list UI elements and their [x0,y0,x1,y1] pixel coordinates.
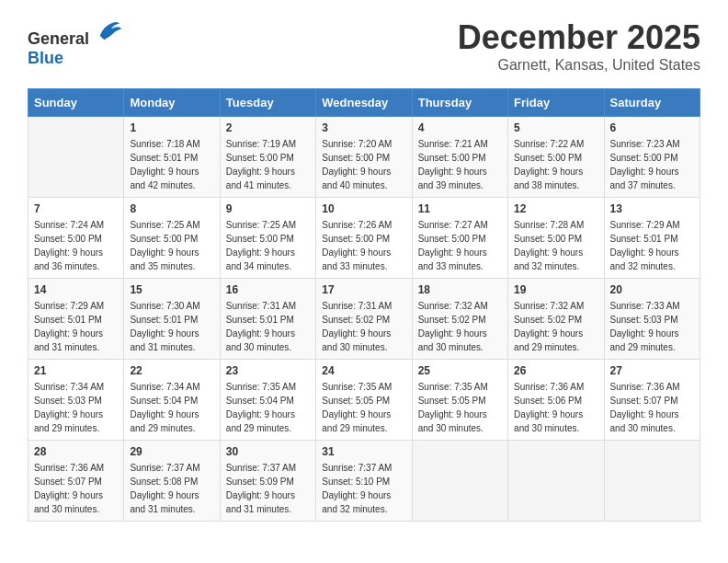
day-cell: 11Sunrise: 7:27 AMSunset: 5:00 PMDayligh… [412,198,507,279]
day-number: 8 [130,202,213,215]
day-info: Sunrise: 7:26 AMSunset: 5:00 PMDaylight:… [322,218,405,273]
day-cell: 31Sunrise: 7:37 AMSunset: 5:10 PMDayligh… [316,441,412,522]
day-cell: 5Sunrise: 7:22 AMSunset: 5:00 PMDaylight… [508,117,604,198]
day-cell: 8Sunrise: 7:25 AMSunset: 5:00 PMDaylight… [124,198,220,279]
day-cell: 9Sunrise: 7:25 AMSunset: 5:00 PMDaylight… [220,198,315,279]
subtitle: Garnett, Kansas, United States [458,57,700,74]
day-info: Sunrise: 7:35 AMSunset: 5:05 PMDaylight:… [322,380,405,435]
day-cell: 10Sunrise: 7:26 AMSunset: 5:00 PMDayligh… [316,198,412,279]
day-info: Sunrise: 7:34 AMSunset: 5:03 PMDaylight:… [34,380,118,435]
week-row-4: 21Sunrise: 7:34 AMSunset: 5:03 PMDayligh… [28,360,700,441]
day-info: Sunrise: 7:31 AMSunset: 5:02 PMDaylight:… [322,299,405,354]
day-number: 10 [322,202,405,215]
day-info: Sunrise: 7:18 AMSunset: 5:01 PMDaylight:… [130,137,213,192]
day-number: 16 [226,283,310,296]
day-cell: 25Sunrise: 7:35 AMSunset: 5:05 PMDayligh… [412,360,507,441]
day-cell: 2Sunrise: 7:19 AMSunset: 5:00 PMDaylight… [220,117,315,198]
day-info: Sunrise: 7:34 AMSunset: 5:04 PMDaylight:… [130,380,213,435]
day-info: Sunrise: 7:20 AMSunset: 5:00 PMDaylight:… [322,137,405,192]
day-number: 30 [226,445,310,458]
day-cell: 16Sunrise: 7:31 AMSunset: 5:01 PMDayligh… [220,279,315,360]
logo-bird-icon [96,18,121,44]
day-number: 5 [514,121,597,134]
day-number: 12 [514,202,597,215]
col-header-friday: Friday [508,89,604,117]
day-cell: 6Sunrise: 7:23 AMSunset: 5:00 PMDaylight… [604,117,700,198]
day-cell: 26Sunrise: 7:36 AMSunset: 5:06 PMDayligh… [508,360,604,441]
col-header-thursday: Thursday [412,89,507,117]
day-info: Sunrise: 7:33 AMSunset: 5:03 PMDaylight:… [610,299,694,354]
day-number: 22 [130,364,213,377]
day-info: Sunrise: 7:23 AMSunset: 5:00 PMDaylight:… [610,137,694,192]
logo-blue: Blue [28,49,63,67]
day-info: Sunrise: 7:35 AMSunset: 5:05 PMDaylight:… [418,380,502,435]
day-number: 13 [610,202,694,215]
calendar-header-row: SundayMondayTuesdayWednesdayThursdayFrid… [28,89,700,117]
calendar: SundayMondayTuesdayWednesdayThursdayFrid… [28,88,700,522]
day-info: Sunrise: 7:36 AMSunset: 5:06 PMDaylight:… [514,380,597,435]
logo: General Blue [28,18,121,68]
day-info: Sunrise: 7:36 AMSunset: 5:07 PMDaylight:… [610,380,694,435]
day-number: 3 [322,121,405,134]
day-cell [412,441,507,522]
day-number: 1 [130,121,213,134]
week-row-5: 28Sunrise: 7:36 AMSunset: 5:07 PMDayligh… [28,441,700,522]
day-number: 6 [610,121,694,134]
week-row-2: 7Sunrise: 7:24 AMSunset: 5:00 PMDaylight… [28,198,700,279]
day-info: Sunrise: 7:25 AMSunset: 5:00 PMDaylight:… [130,218,213,273]
day-info: Sunrise: 7:30 AMSunset: 5:01 PMDaylight:… [130,299,213,354]
day-cell: 7Sunrise: 7:24 AMSunset: 5:00 PMDaylight… [28,198,124,279]
day-cell: 20Sunrise: 7:33 AMSunset: 5:03 PMDayligh… [604,279,700,360]
day-cell: 19Sunrise: 7:32 AMSunset: 5:02 PMDayligh… [508,279,604,360]
day-number: 26 [514,364,597,377]
day-number: 19 [514,283,597,296]
day-cell: 1Sunrise: 7:18 AMSunset: 5:01 PMDaylight… [124,117,220,198]
day-cell: 15Sunrise: 7:30 AMSunset: 5:01 PMDayligh… [124,279,220,360]
col-header-saturday: Saturday [604,89,700,117]
week-row-1: 1Sunrise: 7:18 AMSunset: 5:01 PMDaylight… [28,117,700,198]
day-number: 9 [226,202,310,215]
col-header-sunday: Sunday [28,89,124,117]
logo-general: General [28,29,89,48]
day-info: Sunrise: 7:27 AMSunset: 5:00 PMDaylight:… [418,218,502,273]
day-cell: 21Sunrise: 7:34 AMSunset: 5:03 PMDayligh… [28,360,124,441]
day-cell [604,441,700,522]
col-header-tuesday: Tuesday [220,89,315,117]
header: General Blue December 2025 Garnett, Kans… [28,18,700,74]
day-info: Sunrise: 7:29 AMSunset: 5:01 PMDaylight:… [610,218,694,273]
day-number: 24 [322,364,405,377]
day-number: 7 [34,202,118,215]
day-cell: 3Sunrise: 7:20 AMSunset: 5:00 PMDaylight… [316,117,412,198]
day-cell: 23Sunrise: 7:35 AMSunset: 5:04 PMDayligh… [220,360,315,441]
day-info: Sunrise: 7:19 AMSunset: 5:00 PMDaylight:… [226,137,310,192]
day-info: Sunrise: 7:25 AMSunset: 5:00 PMDaylight:… [226,218,310,273]
day-number: 14 [34,283,118,296]
day-info: Sunrise: 7:36 AMSunset: 5:07 PMDaylight:… [34,461,118,516]
day-cell: 4Sunrise: 7:21 AMSunset: 5:00 PMDaylight… [412,117,507,198]
day-info: Sunrise: 7:21 AMSunset: 5:00 PMDaylight:… [418,137,502,192]
day-cell: 12Sunrise: 7:28 AMSunset: 5:00 PMDayligh… [508,198,604,279]
day-info: Sunrise: 7:31 AMSunset: 5:01 PMDaylight:… [226,299,310,354]
day-info: Sunrise: 7:32 AMSunset: 5:02 PMDaylight:… [418,299,502,354]
week-row-3: 14Sunrise: 7:29 AMSunset: 5:01 PMDayligh… [28,279,700,360]
day-number: 2 [226,121,310,134]
day-number: 20 [610,283,694,296]
day-number: 21 [34,364,118,377]
day-number: 28 [34,445,118,458]
day-cell [28,117,124,198]
day-info: Sunrise: 7:37 AMSunset: 5:10 PMDaylight:… [322,461,405,516]
main-title: December 2025 [458,18,700,57]
day-cell: 18Sunrise: 7:32 AMSunset: 5:02 PMDayligh… [412,279,507,360]
col-header-monday: Monday [124,89,220,117]
day-cell: 17Sunrise: 7:31 AMSunset: 5:02 PMDayligh… [316,279,412,360]
day-info: Sunrise: 7:37 AMSunset: 5:08 PMDaylight:… [130,461,213,516]
logo-text: General Blue [28,18,121,68]
title-block: December 2025 Garnett, Kansas, United St… [458,18,700,74]
day-number: 11 [418,202,502,215]
day-info: Sunrise: 7:24 AMSunset: 5:00 PMDaylight:… [34,218,118,273]
day-cell: 24Sunrise: 7:35 AMSunset: 5:05 PMDayligh… [316,360,412,441]
day-number: 23 [226,364,310,377]
day-cell: 29Sunrise: 7:37 AMSunset: 5:08 PMDayligh… [124,441,220,522]
day-cell: 27Sunrise: 7:36 AMSunset: 5:07 PMDayligh… [604,360,700,441]
day-number: 27 [610,364,694,377]
